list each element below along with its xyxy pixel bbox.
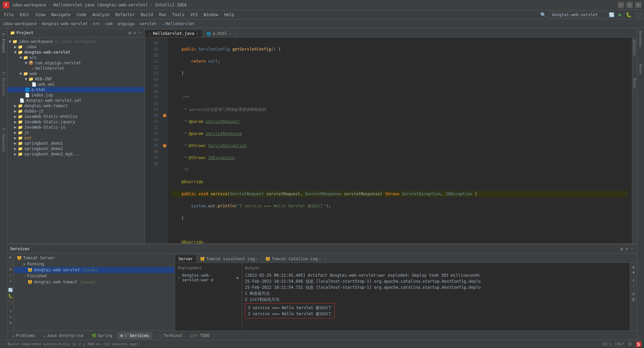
services-debug-btn[interactable]: 🐛: [8, 294, 13, 298]
edit-menu[interactable]: Edit: [17, 11, 32, 18]
bc-servlet[interactable]: servlet: [140, 21, 157, 26]
close-helloservlet-tab[interactable]: ✕: [196, 32, 198, 36]
tree-item-indexjsp[interactable]: 📄 index.jsp: [7, 92, 145, 98]
output-clear-btn[interactable]: 🗑: [632, 297, 636, 302]
tab-tomcat-localhost[interactable]: 🐱 Tomcat Localhost Log ✕: [197, 255, 262, 263]
code-menu[interactable]: Code: [74, 11, 89, 18]
tree-item-webxml[interactable]: 📄 web.xml: [7, 82, 145, 87]
tab-spring[interactable]: 🌿 Spring: [88, 332, 116, 339]
tree-item-ahtml[interactable]: 🌐 a.html: [7, 87, 145, 92]
tree-item-springboot3[interactable]: ▶ 📁 springboot_demo3_myb...: [7, 151, 145, 157]
minimize-button[interactable]: ─: [618, 2, 624, 8]
close-ahtml-tab[interactable]: ✕: [229, 32, 231, 36]
services-filter-btn[interactable]: ⚡: [9, 273, 12, 278]
view-menu[interactable]: View: [33, 11, 48, 18]
tab-ahtml[interactable]: 🌐 a.html ✕: [203, 30, 235, 37]
bc-com[interactable]: com: [105, 21, 113, 26]
svc-item-running[interactable]: ▶ Running: [14, 261, 175, 267]
tree-item-workspace[interactable]: ▼ 📁 idea-workspace E:\idea-workspace: [7, 39, 145, 44]
sidebar-favorites-btn[interactable]: 2: Favorites: [1, 126, 6, 154]
tab-server[interactable]: Server: [175, 255, 197, 263]
settings-icon[interactable]: ⚙: [133, 30, 137, 36]
services-add-new-btn[interactable]: +: [9, 279, 12, 284]
services-stop-btn[interactable]: ⬛: [8, 261, 13, 266]
code-editor[interactable]: public ServletConfig getServletConfig() …: [168, 38, 632, 243]
tab-todo[interactable]: ☑ 6: TODO: [187, 332, 213, 339]
maximize-button[interactable]: □: [627, 2, 633, 8]
sidebar-project-btn[interactable]: 1: Project: [1, 31, 6, 55]
services-settings-icon[interactable]: ⚙: [625, 246, 629, 252]
tree-item-springboot2[interactable]: ▶ 📁 springboot_demo2: [7, 146, 145, 151]
bc-class[interactable]: ☕: [162, 21, 164, 26]
refactor-menu[interactable]: Refactor: [113, 11, 138, 18]
line-ending[interactable]: CRLF: [615, 342, 624, 346]
run-config-dropdown[interactable]: dongtai-web-servlet: [549, 11, 606, 18]
bc-module[interactable]: dongtai-web-servlet: [42, 21, 88, 26]
output-print-btn[interactable]: 🖨: [632, 291, 636, 296]
maven-panel-btn[interactable]: Maven: [638, 63, 643, 76]
file-menu[interactable]: File: [1, 11, 16, 18]
window-menu[interactable]: Window: [201, 11, 221, 18]
deploy-arrow-icon[interactable]: ▶: [237, 275, 239, 280]
run-menu[interactable]: Run: [156, 11, 169, 18]
analyze-menu[interactable]: Analyze: [90, 11, 112, 18]
tree-item-idea[interactable]: ▶ 📁 .idea: [7, 44, 145, 50]
bc-src[interactable]: src: [93, 21, 100, 26]
tab-helloservlet[interactable]: ☕ HelloServlet.java ✕: [145, 29, 203, 37]
svc-item-tomact-local[interactable]: 🐱 dongtai-web-tomact [local]: [14, 279, 175, 285]
tree-item-out[interactable]: ▶ 📁 out: [7, 135, 145, 141]
tree-item-iml[interactable]: 📄 dongtai-web-servlet.iml: [7, 98, 145, 103]
svc-item-finished[interactable]: ✓ Finished: [14, 273, 175, 279]
tab-tomcat-catalina[interactable]: 🐱 Tomcat Catalina Log ✕: [262, 255, 325, 263]
bc-classname[interactable]: HelloServlet: [166, 21, 195, 26]
vcs-menu[interactable]: VCS: [188, 11, 201, 18]
tree-item-dongtai[interactable]: ▼ 📁 dongtai-web-servlet: [7, 50, 145, 55]
tab-terminal[interactable]: ⬛ Terminal: [154, 332, 186, 339]
tree-item-jt[interactable]: ▶ 📁 jt: [7, 130, 145, 135]
tree-item-javaweb-js[interactable]: ▶ 📁 JavaWeb-Static-js: [7, 125, 145, 130]
tree-item-javaweb-html[interactable]: ▶ 📁 JavaWeb-Static-HtmlCss: [7, 114, 145, 119]
output-scroll-up[interactable]: ▲: [632, 264, 635, 269]
charset-info[interactable]: 英: [628, 342, 632, 347]
output-scroll-down[interactable]: ▼: [632, 270, 635, 275]
tree-item-webinf[interactable]: ▼ 📁 WEB-INF: [7, 76, 145, 82]
services-maximize-icon[interactable]: ⊞: [620, 246, 624, 252]
services-refresh-btn[interactable]: 🔄: [8, 288, 13, 292]
sync-icon[interactable]: ⊕: [128, 30, 131, 36]
services-minimize-icon[interactable]: ─: [630, 246, 634, 252]
close-tomcat-localhost[interactable]: ✕: [256, 257, 258, 261]
tab-problems[interactable]: ⚠ Problems: [9, 332, 39, 339]
output-wrap-btn[interactable]: ⇌: [632, 278, 635, 282]
tree-item-web[interactable]: ▼ 📁 web: [7, 71, 145, 76]
navigate-menu[interactable]: Navigate: [49, 11, 73, 18]
tab-java-enterprise[interactable]: ☕ Java Enterprise: [40, 332, 87, 339]
tree-item-springboot1[interactable]: ▶ 📁 springboot_demo1: [7, 141, 145, 146]
database-tab[interactable]: Database: [632, 38, 637, 57]
database-panel-btn[interactable]: Database: [638, 29, 643, 48]
sidebar-structure-btn[interactable]: Z: Structure: [1, 70, 6, 98]
debug-btn[interactable]: 🐛: [625, 11, 633, 18]
build-menu[interactable]: Build: [138, 11, 156, 18]
tab-services[interactable]: ⚙ 8: Services: [117, 332, 152, 339]
close-button[interactable]: ✕: [635, 2, 641, 8]
refresh-btn[interactable]: 🔄: [607, 11, 616, 18]
cursor-position[interactable]: 33:1: [602, 342, 611, 346]
services-misc2-btn[interactable]: ★: [9, 315, 12, 319]
tree-item-helloservlet[interactable]: ☕ HelloServlet: [7, 66, 145, 71]
tree-item-src[interactable]: ▼ 📁 src: [7, 55, 145, 60]
tree-item-dubbo[interactable]: ▶ 📁 dubbo-jt: [7, 109, 145, 114]
svc-item-tomcat-server[interactable]: 🐱 Tomcat Server: [14, 255, 175, 261]
output-filter-btn[interactable]: ⚡: [632, 284, 635, 288]
run-btn[interactable]: ▶: [617, 11, 623, 18]
bc-atguigu[interactable]: atguigu: [118, 21, 135, 26]
tools-menu[interactable]: Tools: [170, 11, 187, 18]
stop-btn[interactable]: ⬛: [634, 11, 643, 18]
services-misc1-btn[interactable]: ↺: [9, 308, 12, 313]
search-everywhere-btn[interactable]: 🔍: [539, 11, 547, 18]
svc-item-dongtai-local[interactable]: 🐱 dongtai-web-servlet [local]: [14, 267, 175, 273]
services-add-btn[interactable]: ▶: [9, 255, 12, 260]
services-stop2-btn[interactable]: ⬛: [8, 300, 13, 304]
collapse-icon[interactable]: ─: [138, 30, 142, 36]
help-menu[interactable]: Help: [222, 11, 237, 18]
bc-workspace[interactable]: idea-workspace: [3, 21, 37, 26]
